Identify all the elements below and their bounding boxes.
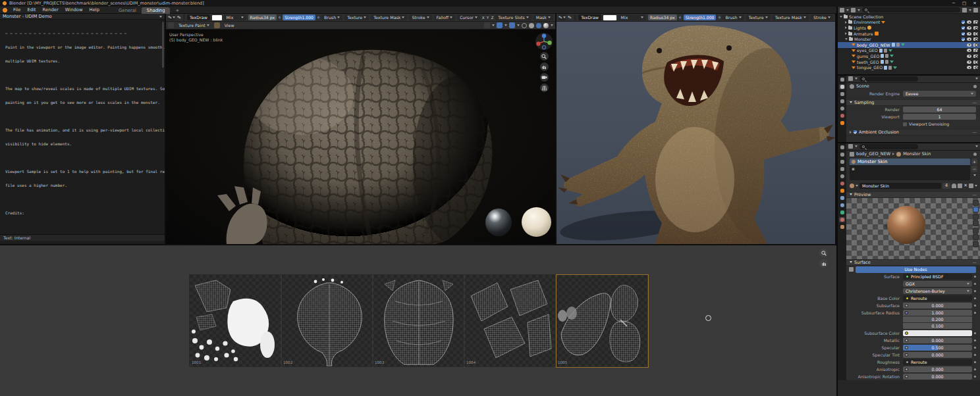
- render-engine-dropdown[interactable]: Eevee: [903, 91, 976, 97]
- ao-panel-header[interactable]: Ambient Occlusion—: [846, 129, 980, 136]
- texture-popover[interactable]: Texture: [344, 14, 369, 20]
- hide-eye-icon[interactable]: [967, 55, 971, 58]
- outliner-display-mode-icon[interactable]: [840, 8, 844, 12]
- radius-animate-icon[interactable]: [679, 14, 682, 20]
- paint-color-swatch[interactable]: [603, 15, 616, 20]
- texture-mask-popover[interactable]: Texture Mask: [773, 14, 809, 20]
- tool-dropdown-icon[interactable]: ✎: [168, 14, 175, 20]
- surface-panel-header[interactable]: Surface—: [846, 259, 980, 266]
- material-slot-list[interactable]: Monster Skin ▪: [850, 159, 970, 180]
- outliner-row-monster[interactable]: Monster: [838, 36, 980, 42]
- sss-method-dropdown[interactable]: Christensen-Burley: [903, 288, 972, 294]
- subsurface-radius-z[interactable]: 0.100: [903, 323, 972, 329]
- preview-shaderball-button[interactable]: [973, 228, 979, 234]
- pan-gizmo-icon[interactable]: [540, 62, 549, 71]
- tab-world[interactable]: [839, 181, 845, 186]
- strength-slider[interactable]: Strength1.000: [283, 14, 315, 20]
- tab-material[interactable]: [839, 217, 845, 222]
- sampling-render-field[interactable]: 64: [903, 107, 976, 112]
- properties-editor-icon[interactable]: [848, 76, 853, 81]
- menu-window[interactable]: Window: [62, 7, 86, 12]
- preview-fluid-button[interactable]: [973, 241, 979, 247]
- disable-render-icon[interactable]: [973, 26, 978, 30]
- tab-view-layer[interactable]: [839, 166, 845, 172]
- workspace-tab-general[interactable]: General: [113, 7, 142, 14]
- outliner-collection-icon[interactable]: [851, 8, 856, 12]
- subsurface-radius-y[interactable]: 0.200: [903, 316, 972, 322]
- minimize-button[interactable]: ─: [948, 1, 959, 6]
- outliner-row-tongue-geo[interactable]: tongue_GEO: [838, 64, 980, 70]
- viewport-canvas[interactable]: User Perspective (5) body_GEO_NEW : blin…: [166, 30, 555, 244]
- view-menu[interactable]: View: [222, 22, 237, 28]
- mask-popover[interactable]: Mask: [533, 14, 553, 20]
- sampling-viewport-field[interactable]: 1: [903, 114, 976, 120]
- mirror-x-toggle[interactable]: X: [482, 14, 485, 20]
- texture-mask-popover[interactable]: Texture Mask: [371, 14, 407, 20]
- add-slot-button[interactable]: +: [971, 159, 977, 164]
- outliner-search-input[interactable]: [862, 7, 960, 12]
- subsurface-color-swatch[interactable]: [903, 330, 972, 336]
- zoom-gizmo-icon[interactable]: [819, 249, 828, 257]
- properties-options-caret[interactable]: [975, 78, 978, 80]
- shading-options-caret[interactable]: [551, 24, 553, 26]
- outliner-row-armature[interactable]: Armature: [838, 31, 980, 37]
- filter-icon[interactable]: [962, 8, 967, 12]
- preview-hair-button[interactable]: [973, 220, 979, 226]
- transform-orientation-icon[interactable]: [484, 22, 490, 28]
- preview-sphere-button[interactable]: [973, 207, 979, 212]
- roughness-field[interactable]: Reroute: [903, 359, 972, 365]
- tool-dropdown-icon[interactable]: ✎: [558, 14, 566, 20]
- outliner-options-icon[interactable]: [973, 8, 978, 12]
- distribution-dropdown[interactable]: GGX: [903, 281, 972, 287]
- tab-texture[interactable]: [839, 224, 845, 230]
- hide-eye-icon[interactable]: [967, 32, 971, 36]
- filter-funnel-icon[interactable]: [969, 184, 973, 188]
- preview-cloth-button[interactable]: [973, 234, 979, 240]
- camera-view-icon[interactable]: [540, 73, 549, 82]
- falloff-popover[interactable]: Falloff: [434, 14, 456, 20]
- specular-slider[interactable]: 0.500: [903, 345, 972, 351]
- surface-shader-field[interactable]: Principled BSDF: [903, 274, 972, 280]
- menu-render[interactable]: Render: [40, 7, 62, 12]
- properties-search-input[interactable]: [859, 76, 918, 82]
- mode-dropdown[interactable]: Texture Paint: [176, 22, 212, 28]
- text-editor-scrollbar[interactable]: [162, 22, 164, 68]
- hide-eye-icon[interactable]: [967, 61, 971, 64]
- radius-slider[interactable]: Radius34 px: [248, 14, 277, 20]
- editor-type-icon[interactable]: [168, 22, 174, 28]
- tab-object-data[interactable]: [839, 210, 845, 215]
- tab-object[interactable]: [839, 120, 845, 126]
- disable-render-icon[interactable]: [973, 55, 978, 58]
- hide-eye-icon[interactable]: [967, 26, 971, 30]
- tab-output[interactable]: [839, 91, 845, 97]
- hide-eye-icon[interactable]: [967, 37, 971, 41]
- radius-slider[interactable]: Radius34 px: [648, 14, 677, 20]
- mirror-y-toggle[interactable]: Y: [487, 14, 489, 20]
- menu-edit[interactable]: Edit: [24, 7, 39, 12]
- axis-gizmo[interactable]: [535, 33, 553, 50]
- new-material-icon[interactable]: [958, 184, 962, 188]
- outliner-row-body-geo[interactable]: body_GEO_NEW: [838, 42, 980, 48]
- brush-popover[interactable]: Brush: [722, 14, 744, 20]
- disable-render-icon[interactable]: [973, 66, 978, 69]
- strength-slider[interactable]: Strength1.000: [684, 14, 717, 20]
- outliner-row-scene-collection[interactable]: Scene Collection: [838, 14, 980, 20]
- shading-material-icon[interactable]: [536, 23, 541, 28]
- shading-wireframe-icon[interactable]: [522, 23, 527, 28]
- outliner-row-environment[interactable]: Environment: [838, 20, 980, 26]
- mirror-z-toggle[interactable]: Z: [491, 14, 493, 20]
- workspace-tab-add[interactable]: +: [170, 7, 184, 14]
- exclude-checkbox[interactable]: [962, 26, 965, 30]
- outliner-row-lights[interactable]: Lights: [838, 25, 980, 31]
- editor-type-icon[interactable]: [839, 77, 845, 82]
- tab-render[interactable]: [839, 84, 845, 89]
- tab-output[interactable]: [839, 159, 845, 164]
- exclude-checkbox[interactable]: [962, 20, 965, 24]
- properties-editor-icon[interactable]: [848, 144, 853, 149]
- snap-icon[interactable]: [497, 22, 503, 28]
- material-users-count[interactable]: 4: [942, 183, 950, 189]
- ao-checkbox[interactable]: [854, 130, 857, 134]
- close-button[interactable]: ✕: [969, 1, 980, 6]
- strength-animate-icon[interactable]: [718, 14, 721, 20]
- material-name-field[interactable]: Monster Skin: [859, 183, 941, 189]
